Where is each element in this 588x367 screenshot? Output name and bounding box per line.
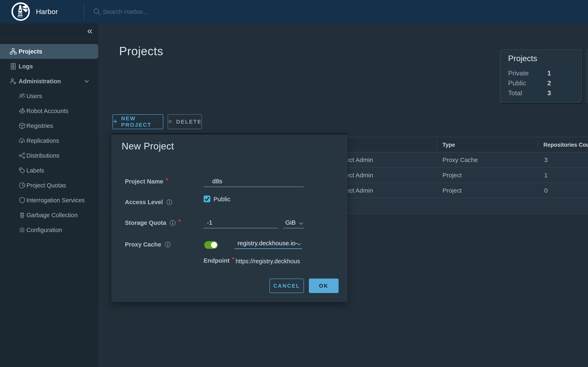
plus-icon: + [113, 117, 118, 125]
administration-icon [9, 77, 17, 85]
robot-icon [18, 107, 26, 115]
sidebar-item-label: Replications [26, 137, 59, 144]
sidebar-item-label: Administration [19, 78, 61, 85]
page-title: Projects [119, 44, 163, 58]
summary-value: 2 [547, 79, 551, 87]
sidebar-item-labels[interactable]: Labels [0, 163, 98, 178]
project-name-label: Project Name * [125, 178, 168, 185]
shield-icon [18, 197, 26, 204]
sidebar-item-label: Garbage Collection [26, 212, 78, 219]
users-icon [18, 92, 26, 100]
summary-label: Total [508, 89, 522, 97]
chevron-down-icon [296, 242, 302, 247]
toggle-knob [211, 242, 217, 248]
new-project-label: NEW PROJECT [121, 115, 163, 128]
new-project-button[interactable]: + NEW PROJECT [113, 114, 163, 129]
sidebar-item-logs[interactable]: Logs [0, 59, 98, 74]
global-search[interactable] [93, 5, 279, 19]
proxy-cache-label: Proxy Cache [125, 241, 171, 248]
summary-card-title: Projects [508, 54, 537, 63]
endpoint-label: Endpoint * [204, 257, 234, 264]
required-asterisk: * [178, 218, 181, 225]
modal-title: New Project [122, 141, 174, 152]
sidebar-item-project-quotas[interactable]: Project Quotas [0, 178, 98, 193]
label-text: Project Name [125, 178, 163, 185]
projects-summary-card: Projects Private 1 Public 2 Total 3 [500, 50, 582, 103]
column-separator [437, 140, 437, 150]
app-title: Harbor [36, 0, 58, 23]
sidebar-item-replications[interactable]: Replications [0, 133, 98, 148]
sidebar-divider [0, 39, 98, 39]
x-icon: ✕ [168, 118, 173, 125]
summary-row-public: Public 2 [508, 79, 576, 88]
sidebar-item-label: Interrogation Services [26, 197, 85, 204]
quota-pie-icon [18, 182, 26, 189]
summary-row-total: Total 3 [508, 89, 576, 98]
summary-row-private: Private 1 [508, 69, 576, 78]
cloud-sync-icon [18, 137, 26, 144]
public-checkbox-label[interactable]: Public [213, 196, 230, 203]
sidebar-item-projects[interactable]: Projects [0, 44, 98, 59]
info-icon[interactable] [165, 241, 171, 248]
sidebar-item-configuration[interactable]: Configuration [0, 223, 98, 237]
ok-button[interactable]: OK [309, 279, 338, 293]
sidebar-item-robot-accounts[interactable]: Robot Accounts [0, 104, 98, 118]
header-divider [84, 4, 84, 20]
sidebar-item-administration[interactable]: Administration [0, 74, 98, 89]
sidebar-item-label: Distributions [26, 152, 59, 159]
selected-unit: GiB [285, 219, 296, 226]
storage-unit-select[interactable]: GiB [283, 218, 304, 228]
cancel-button[interactable]: CANCEL [269, 279, 304, 293]
cell-count: 1 [544, 167, 548, 183]
sidebar-item-distributions[interactable]: Distributions [0, 148, 98, 163]
info-icon[interactable] [166, 199, 173, 205]
column-separator [537, 140, 538, 150]
sidebar-item-users[interactable]: Users [0, 89, 98, 104]
sidebar-item-registries[interactable]: Registries [0, 118, 98, 133]
proxy-cache-toggle[interactable] [204, 241, 218, 249]
cancel-label: CANCEL [273, 283, 300, 289]
sidebar-collapse-icon[interactable]: « [87, 26, 92, 35]
access-level-label: Access Level [125, 199, 173, 206]
projects-icon [9, 48, 17, 55]
storage-quota-label: Storage Quota * [125, 219, 180, 226]
search-icon [93, 8, 101, 16]
search-input[interactable] [102, 8, 259, 16]
trash-icon [18, 211, 26, 219]
cell-type: Project [443, 183, 462, 198]
storage-quota-input[interactable]: -1 [204, 218, 278, 228]
sidebar-nav: Projects Logs Administration [0, 44, 98, 237]
endpoint-value: https://registry.deckhous [236, 258, 306, 265]
harbor-logo-icon[interactable] [11, 2, 30, 21]
sidebar-item-label: Logs [19, 63, 33, 70]
label-text: Endpoint [204, 257, 230, 264]
sidebar-item-garbage-collection[interactable]: Garbage Collection [0, 208, 98, 223]
tag-icon [18, 167, 26, 174]
delete-label: DELETE [176, 119, 202, 125]
info-icon[interactable] [169, 220, 176, 226]
public-checkbox[interactable] [204, 195, 210, 202]
summary-label: Public [508, 79, 526, 87]
required-asterisk: * [166, 177, 168, 184]
delete-button[interactable]: ✕ DELETE [168, 114, 202, 129]
proxy-registry-select[interactable]: registry.deckhouse.io- [234, 239, 302, 249]
label-text: Proxy Cache [125, 241, 161, 248]
sidebar-item-label: Robot Accounts [26, 108, 68, 115]
sidebar-item-label: Configuration [26, 227, 62, 234]
cell-count: 0 [544, 183, 548, 198]
summary-value: 1 [547, 69, 551, 77]
sidebar-item-label: Registries [26, 123, 53, 129]
project-name-input[interactable]: d8s [204, 177, 304, 187]
app-header: Harbor [0, 0, 588, 23]
summary-value: 3 [547, 89, 551, 97]
summary-label: Private [508, 69, 529, 77]
column-header-type[interactable]: Type [443, 137, 455, 152]
label-text: Access Level [125, 199, 163, 206]
gear-icon [18, 226, 26, 234]
required-asterisk: * [232, 256, 234, 263]
selected-registry: registry.deckhouse.io- [237, 240, 298, 247]
cell-count: 3 [544, 152, 548, 167]
sidebar-item-interrogation-services[interactable]: Interrogation Services [0, 193, 98, 208]
sidebar-item-label: Labels [26, 167, 44, 174]
column-header-repositories-count[interactable]: Repositories Count [543, 137, 588, 152]
